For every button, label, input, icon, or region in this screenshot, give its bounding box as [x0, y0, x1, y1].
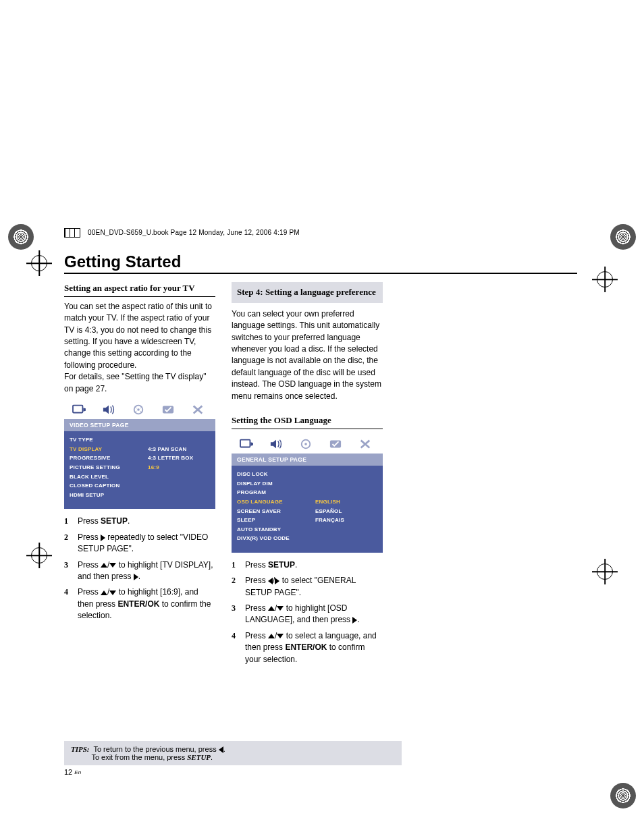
tab-exit-icon [350, 438, 380, 450]
r-step4: Press / to select a language, and then p… [245, 630, 383, 665]
svg-point-6 [304, 443, 307, 445]
left-arrow-icon [268, 578, 273, 584]
tab-audio-icon [94, 404, 124, 416]
general-setup-osd: GENERAL SETUP PAGE DISC LOCK DISPLAY DIM… [232, 435, 383, 553]
book-icon [64, 228, 80, 238]
l-step4: Press / to highlight [16:9], and then pr… [78, 586, 215, 622]
down-arrow-icon [277, 634, 284, 638]
right-para: You can select your own preferred langua… [232, 308, 383, 402]
l-step2: Press repeatedly to select "VIDEO SETUP … [78, 532, 215, 555]
tab-pref-icon [321, 438, 350, 450]
svg-rect-0 [73, 406, 82, 413]
video-setup-osd: VIDEO SETUP PAGE TV TYPE TV DISPLAY4:3 P… [64, 400, 215, 509]
tab-video-icon [291, 438, 321, 450]
r-step3: Press / to highlight [OSD LANGUAGE], and… [245, 603, 383, 626]
svg-rect-4 [240, 440, 250, 447]
right-arrow-icon [134, 574, 138, 580]
page-number: 12 En [64, 768, 81, 776]
page-title: Getting Started [64, 252, 577, 271]
book-filename: 00EN_DVD-S659_U.book Page 12 Monday, Jun… [88, 229, 300, 236]
tab-general-icon [232, 438, 261, 450]
up-arrow-icon [101, 590, 107, 595]
tab-exit-icon [183, 404, 213, 416]
right-heading: Setting the OSD Language [232, 414, 383, 429]
tab-audio-icon [261, 438, 291, 450]
svg-point-2 [137, 408, 140, 411]
down-arrow-icon [109, 590, 116, 595]
left-heading: Setting an aspect ratio for your TV [64, 282, 215, 297]
tips-box: TIPS: To return to the previous menu, pr… [64, 741, 402, 765]
left-para2: For details, see "Setting the TV display… [64, 371, 215, 395]
l-step3: Press / to highlight [TV DISPLAY], and t… [78, 559, 215, 583]
osd-title: VIDEO SETUP PAGE [64, 419, 215, 431]
osd-title: GENERAL SETUP PAGE [232, 454, 383, 466]
title-rule [64, 273, 577, 274]
up-arrow-icon [101, 563, 107, 568]
r-step2: Press / to select "GENERAL SETUP PAGE". [245, 575, 383, 599]
down-arrow-icon [277, 606, 284, 611]
down-arrow-icon [109, 563, 116, 568]
tab-general-icon [64, 404, 94, 416]
up-arrow-icon [268, 606, 275, 611]
tab-pref-icon [153, 404, 183, 416]
right-arrow-icon [101, 534, 105, 541]
l-step1: Press SETUP. [78, 516, 130, 527]
left-para1: You can set the aspect ratio of this uni… [64, 301, 215, 371]
book-header-line: 00EN_DVD-S659_U.book Page 12 Monday, Jun… [64, 228, 577, 238]
left-arrow-icon [219, 746, 223, 753]
tab-video-icon [124, 404, 153, 416]
step4-box: Step 4: Setting a language preference [232, 282, 383, 303]
r-step1: Press SETUP. [245, 559, 297, 571]
up-arrow-icon [268, 634, 275, 638]
